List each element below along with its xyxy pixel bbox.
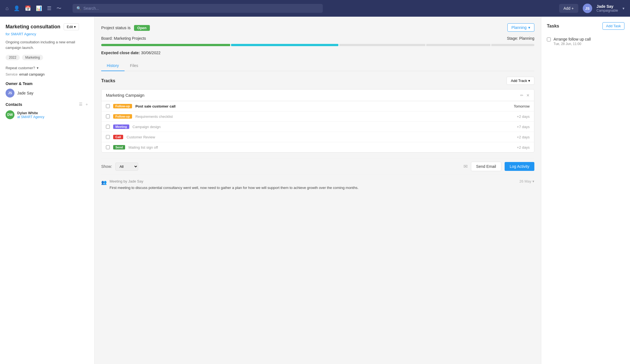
- track-item-checkbox-5[interactable]: [106, 145, 110, 149]
- log-activity-button[interactable]: Log Activity: [505, 162, 534, 171]
- description: Ongoing consultation including a new ema…: [6, 39, 89, 50]
- edit-label: Edit: [67, 25, 73, 29]
- track-edit-icon[interactable]: ✏: [520, 93, 524, 98]
- track-item-name-2: Requirements checklist: [135, 114, 514, 119]
- history-entry-header: Meeting by Jade Say 26 May ▾: [110, 179, 534, 183]
- right-sidebar: Tasks Add Task Arrange follow up call Tu…: [541, 17, 630, 364]
- add-task-button[interactable]: Add Task: [602, 22, 624, 30]
- progress-seg-2: [231, 44, 339, 46]
- contact-company[interactable]: at SMART Agency: [17, 115, 44, 119]
- progress-bar: [101, 44, 534, 46]
- track-name: Marketing Campaign: [106, 93, 144, 98]
- planning-button[interactable]: Planning ▾: [507, 23, 535, 32]
- track-item-name-5: Mailing list sign off: [128, 145, 514, 149]
- menu-icon[interactable]: ☰: [47, 5, 51, 11]
- tag-year[interactable]: 2022: [6, 55, 20, 60]
- board-stage-row: Board: Marketing Projects Stage: Plannin…: [101, 36, 534, 41]
- close-date-label: Expected close date:: [101, 51, 140, 55]
- add-track-button[interactable]: Add Track ▾: [507, 77, 534, 85]
- tasks-title: Tasks: [547, 24, 559, 29]
- person-icon[interactable]: 👤: [14, 5, 20, 11]
- contacts-heading: Contacts: [6, 102, 22, 107]
- track-close-icon[interactable]: ✕: [526, 93, 530, 98]
- owner-row: JS Jade Say: [6, 89, 89, 98]
- nav-right: Add + JS Jade Say Campaignable ▾: [559, 4, 624, 13]
- track-item-due-1: Tomorrow: [514, 104, 530, 108]
- agency-link[interactable]: for SMART Agency: [6, 32, 89, 36]
- main-content: Project status is Open Planning ▾ Board:…: [95, 17, 541, 364]
- stage-value: Planning: [519, 36, 535, 41]
- edit-button[interactable]: Edit ▾: [64, 23, 79, 30]
- calendar-icon[interactable]: 📅: [25, 5, 31, 11]
- track-item-checkbox-4[interactable]: [106, 135, 110, 139]
- sidebar-header: Marketing consultation Edit ▾: [6, 23, 89, 30]
- track-item: Meeting Campaign design +7 days: [101, 122, 534, 132]
- contacts-actions: ☰ ＋: [79, 102, 89, 107]
- owner-team-heading: Owner & Team: [6, 81, 89, 86]
- stage-info: Stage: Planning: [507, 36, 534, 41]
- tag-marketing[interactable]: Marketing: [22, 55, 43, 60]
- agency-name: SMART Agency: [11, 32, 36, 36]
- history-author: Meeting by Jade Say: [110, 179, 143, 183]
- tab-files[interactable]: Files: [125, 61, 144, 71]
- track-item: Send Mailing list sign off +2 days: [101, 142, 534, 152]
- close-date-value: 30/06/2022: [141, 51, 160, 55]
- list-icon[interactable]: ☰: [79, 102, 83, 107]
- track-actions: ✏ ✕: [520, 93, 530, 98]
- tracks-title: Tracks: [101, 78, 115, 83]
- track-badge-meeting: Meeting: [113, 124, 129, 129]
- track-item-name-3: Campaign design: [133, 125, 514, 129]
- show-select[interactable]: All Notes Emails Calls: [115, 163, 138, 171]
- chart-icon[interactable]: 📊: [36, 5, 42, 11]
- email-icon-button[interactable]: ✉: [463, 163, 468, 169]
- service-value: email campaign: [19, 72, 44, 76]
- add-button[interactable]: Add +: [559, 4, 578, 13]
- user-dropdown-icon[interactable]: ▾: [622, 6, 624, 11]
- track-item-due-5: +2 days: [517, 145, 530, 149]
- repeat-customer-toggle[interactable]: Repeat customer? ▾: [6, 66, 89, 70]
- history-meeting-icon: 👥: [101, 180, 107, 185]
- track-item-checkbox-2[interactable]: [106, 114, 110, 118]
- board-value: Marketing Projects: [114, 36, 146, 41]
- add-contact-icon[interactable]: ＋: [85, 102, 89, 107]
- track-item-checkbox-3[interactable]: [106, 125, 110, 129]
- task-item: Arrange follow up call Tue, 28 Jun, 11:0…: [547, 34, 624, 49]
- edit-dropdown-icon: ▾: [74, 25, 76, 29]
- progress-seg-1: [101, 44, 230, 46]
- history-body: First meeting to discuss potential consu…: [110, 185, 534, 191]
- add-track-dropdown-icon: ▾: [528, 79, 530, 83]
- wave-icon[interactable]: 〜: [56, 5, 61, 12]
- contact-avatar: DW: [6, 110, 14, 119]
- track-item: Call Customer Review +2 days: [101, 132, 534, 142]
- stage-label: Stage:: [507, 36, 518, 41]
- history-date[interactable]: 26 May ▾: [519, 179, 534, 183]
- track-item-due-4: +2 days: [517, 135, 530, 139]
- service-field: Service email campaign: [6, 72, 89, 76]
- track-badge-followup-2: Follow-up: [113, 114, 132, 119]
- project-status-bar: Project status is Open Planning ▾: [101, 23, 534, 32]
- tab-history[interactable]: History: [101, 61, 125, 71]
- contact-info: Dylan White at SMART Agency: [17, 111, 44, 119]
- task-name-1: Arrange follow up call: [554, 37, 591, 41]
- status-label: Project status is: [101, 25, 131, 30]
- track-badge-send: Send: [113, 145, 125, 149]
- search-bar: 🔍: [73, 4, 323, 13]
- planning-dropdown-icon: ▾: [528, 25, 530, 30]
- page-title: Marketing consultation: [6, 24, 60, 30]
- search-icon: 🔍: [76, 6, 81, 11]
- tags-list: 2022 Marketing: [6, 55, 89, 60]
- task-checkbox-1[interactable]: [547, 38, 551, 41]
- track-item: Follow-up Post sale customer call Tomorr…: [101, 101, 534, 111]
- owner-name: Jade Say: [17, 91, 33, 95]
- repeat-label: Repeat customer?: [6, 66, 35, 70]
- for-label: for: [6, 32, 10, 36]
- send-email-button[interactable]: Send Email: [471, 162, 502, 171]
- contact-row: DW Dylan White at SMART Agency: [6, 110, 89, 119]
- history-entry: 👥 Meeting by Jade Say 26 May ▾ First mee…: [101, 174, 534, 195]
- track-item-checkbox-1[interactable]: [106, 104, 110, 108]
- home-icon[interactable]: ⌂: [6, 6, 9, 11]
- top-navigation: ⌂ 👤 📅 📊 ☰ 〜 🔍 Add + JS Jade Say Campaign…: [0, 0, 630, 17]
- contact-name[interactable]: Dylan White: [17, 111, 44, 115]
- search-input[interactable]: [83, 6, 319, 11]
- chevron-down-icon: ▾: [37, 66, 39, 70]
